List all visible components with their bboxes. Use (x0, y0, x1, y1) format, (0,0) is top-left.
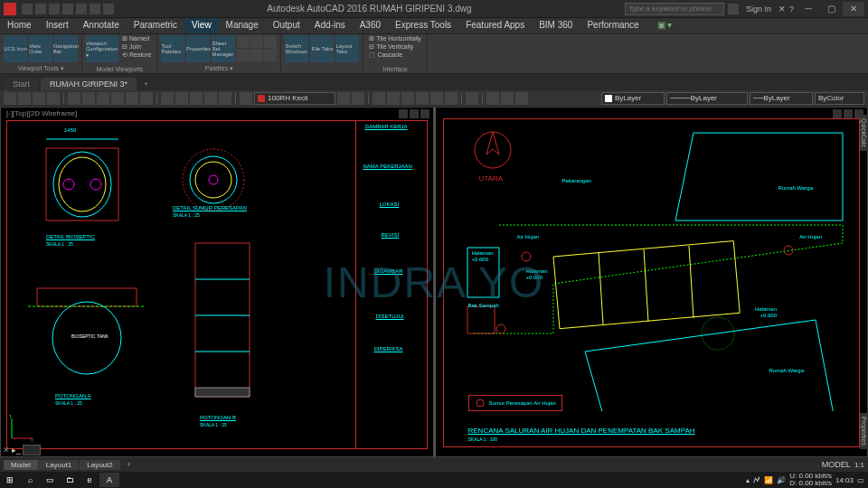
tool-icon[interactable] (140, 92, 153, 105)
add-tab-button[interactable]: + (138, 78, 154, 90)
tool-icon[interactable] (68, 92, 80, 105)
signin-avatar-icon[interactable] (728, 4, 739, 14)
qat-undo-icon[interactable] (90, 4, 100, 14)
tool-icon[interactable] (47, 92, 60, 105)
layer-dropdown[interactable]: 100RH Kecil (254, 92, 335, 105)
tool-icon[interactable] (486, 92, 499, 105)
tab-annotate[interactable]: Annotate (76, 18, 127, 33)
ucs-icon-button[interactable]: UCS Icon (4, 35, 27, 62)
cascade-button[interactable]: ⬚ Cascade (367, 52, 422, 59)
start-tab[interactable]: Start (4, 78, 39, 90)
tab-output[interactable]: Output (266, 18, 307, 33)
tab-home[interactable]: Home (0, 18, 39, 33)
tool-icon[interactable] (161, 92, 174, 105)
named-button[interactable]: ⊞ Named (120, 35, 153, 42)
layout1-tab[interactable]: Layout1 (39, 460, 79, 470)
command-input[interactable] (23, 445, 41, 455)
tool-icon[interactable] (33, 92, 45, 105)
tool-icon[interactable] (82, 92, 95, 105)
tab-expand-icon[interactable]: ▣ ▾ (650, 18, 680, 33)
tool-icon[interactable] (4, 92, 16, 105)
signin-link[interactable]: Sign In (746, 5, 771, 14)
properties-button[interactable]: Properties (186, 35, 210, 62)
explorer-icon[interactable]: 🗀 (60, 473, 80, 487)
tray-battery-icon[interactable]: 🗲 (753, 476, 760, 484)
tool-icon[interactable] (373, 92, 385, 105)
tray-wifi-icon[interactable]: 📶 (764, 476, 773, 484)
tool-icon[interactable] (18, 92, 31, 105)
layer-props-icon[interactable] (240, 92, 252, 105)
tool-icon[interactable] (401, 92, 414, 105)
palette-icon[interactable] (250, 49, 263, 61)
search-input[interactable] (625, 3, 724, 15)
sheetset-button[interactable]: Sheet Set Manager (212, 35, 235, 62)
autocad-taskbar-icon[interactable]: A (99, 473, 119, 487)
tray-net-icon[interactable]: ▴ (746, 476, 750, 484)
qat-saveas-icon[interactable] (62, 4, 73, 14)
vp-max-icon[interactable] (844, 109, 853, 118)
tab-performance[interactable]: Performance (580, 18, 646, 33)
restore-button[interactable]: ⟲ Restore (120, 52, 153, 59)
tool-palettes-button[interactable]: Tool Palettes (161, 35, 184, 62)
tool-icon[interactable] (466, 92, 478, 105)
palette-icon[interactable] (264, 49, 277, 61)
tool-icon[interactable] (515, 92, 528, 105)
tool-icon[interactable] (387, 92, 400, 105)
tab-a360[interactable]: A360 (353, 18, 388, 33)
qat-save-icon[interactable] (49, 4, 60, 14)
viewcube-button[interactable]: View Cube (29, 35, 52, 62)
palette-icon[interactable] (264, 35, 277, 48)
tool-icon[interactable] (337, 92, 350, 105)
tool-icon[interactable] (175, 92, 188, 105)
tool-icon[interactable] (219, 92, 231, 105)
drawing-area[interactable]: [-][Top][2D Wireframe] 1450 DETAIL BIOSE… (0, 107, 868, 457)
vp-close-icon[interactable] (420, 109, 429, 118)
palette-icon[interactable] (237, 49, 250, 61)
properties-panel-tab[interactable]: Properties (860, 413, 868, 449)
right-viewport[interactable]: UTARA Pekarangan Rumah Warga Rumah Warga (434, 107, 869, 457)
tool-icon[interactable] (190, 92, 203, 105)
color-dropdown[interactable]: ByLayer (601, 92, 665, 105)
space-indicator[interactable]: MODEL (822, 460, 851, 469)
palette-icon[interactable] (250, 35, 263, 48)
tab-express[interactable]: Express Tools (388, 18, 458, 33)
command-line[interactable]: ✕ ▸_ (3, 444, 41, 456)
start-button[interactable]: ⊞ (0, 473, 20, 487)
tool-icon[interactable] (430, 92, 443, 105)
search-icon[interactable]: ⌕ (20, 473, 40, 487)
lineweight-dropdown[interactable]: ── ByLayer (750, 92, 813, 105)
add-layout-button[interactable]: + (121, 459, 137, 470)
tool-icon[interactable] (204, 92, 217, 105)
scale-display[interactable]: 1:1 (851, 461, 868, 469)
vp-min-icon[interactable] (833, 109, 842, 118)
tool-icon[interactable] (445, 92, 458, 105)
tool-icon[interactable] (126, 92, 138, 105)
plotstyle-dropdown[interactable]: ByColor (815, 92, 864, 105)
drawing-tab[interactable]: RUMAH GIRIPENI 3* (41, 78, 137, 90)
tool-icon[interactable] (97, 92, 109, 105)
tool-icon[interactable] (501, 92, 514, 105)
left-viewport[interactable]: [-][Top][2D Wireframe] 1450 DETAIL BIOSE… (0, 107, 434, 457)
quickcalc-panel-tab[interactable]: QuickCalc (860, 115, 868, 151)
edge-icon[interactable]: e (80, 473, 99, 487)
exchange-icon[interactable]: ✕ (778, 5, 786, 14)
tab-addins[interactable]: Add-ins (307, 18, 353, 33)
palette-icon[interactable] (237, 35, 250, 48)
tab-view[interactable]: View (184, 18, 219, 33)
join-button[interactable]: ⊟ Join (120, 43, 153, 51)
tile-h-button[interactable]: ⊞ Tile Horizontally (367, 35, 422, 42)
tab-insert[interactable]: Insert (39, 18, 76, 33)
viewport-label[interactable]: [-][Top][2D Wireframe] (6, 109, 77, 117)
qat-new-icon[interactable] (22, 4, 33, 14)
help-icon[interactable]: ? (789, 5, 794, 14)
qat-print-icon[interactable] (76, 4, 87, 14)
viewport-config-button[interactable]: Viewport Configuration ▾ (86, 35, 118, 62)
linetype-dropdown[interactable]: ──── ByLayer (666, 92, 748, 105)
tool-icon[interactable] (111, 92, 124, 105)
tab-featured[interactable]: Featured Apps (458, 18, 532, 33)
switch-windows-button[interactable]: Switch Windows (285, 35, 308, 62)
tool-icon[interactable] (352, 92, 364, 105)
panel-label[interactable]: Viewport Tools ▾ (4, 65, 78, 72)
model-tab[interactable]: Model (4, 460, 38, 470)
panel-label[interactable]: Palettes ▾ (161, 65, 277, 72)
